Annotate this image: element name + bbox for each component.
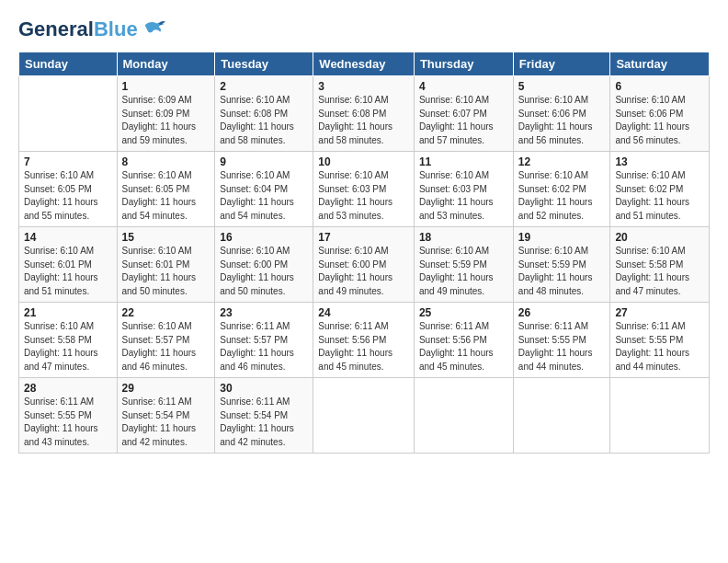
day-info: Sunrise: 6:10 AM Sunset: 5:58 PM Dayligh… (24, 320, 112, 373)
logo-bird-icon (140, 17, 165, 42)
calendar-cell: 3Sunrise: 6:10 AM Sunset: 6:08 PM Daylig… (313, 76, 415, 152)
day-info: Sunrise: 6:10 AM Sunset: 6:06 PM Dayligh… (615, 94, 704, 147)
day-info: Sunrise: 6:10 AM Sunset: 5:59 PM Dayligh… (419, 245, 508, 298)
day-info: Sunrise: 6:10 AM Sunset: 6:05 PM Dayligh… (122, 169, 210, 223)
calendar-cell: 16Sunrise: 6:10 AM Sunset: 6:00 PM Dayli… (215, 227, 313, 303)
day-info: Sunrise: 6:10 AM Sunset: 6:00 PM Dayligh… (318, 245, 409, 298)
day-number: 18 (419, 231, 508, 244)
day-number: 15 (122, 231, 210, 244)
calendar-cell: 30Sunrise: 6:11 AM Sunset: 5:54 PM Dayli… (215, 378, 313, 454)
calendar-cell: 18Sunrise: 6:10 AM Sunset: 5:59 PM Dayli… (414, 227, 513, 303)
calendar-cell: 1Sunrise: 6:09 AM Sunset: 6:09 PM Daylig… (117, 76, 215, 152)
calendar-cell: 10Sunrise: 6:10 AM Sunset: 6:03 PM Dayli… (313, 152, 415, 227)
day-number: 20 (615, 231, 704, 244)
calendar-header-monday: Monday (117, 52, 215, 76)
day-number: 3 (318, 80, 409, 93)
day-info: Sunrise: 6:10 AM Sunset: 6:06 PM Dayligh… (518, 94, 606, 147)
day-number: 27 (615, 306, 704, 319)
day-number: 6 (615, 80, 704, 93)
day-info: Sunrise: 6:10 AM Sunset: 6:02 PM Dayligh… (615, 169, 704, 223)
day-number: 1 (122, 80, 210, 93)
calendar-header-thursday: Thursday (414, 52, 513, 76)
day-number: 26 (518, 306, 606, 319)
calendar-cell (513, 378, 610, 454)
calendar-cell: 9Sunrise: 6:10 AM Sunset: 6:04 PM Daylig… (215, 152, 313, 227)
day-info: Sunrise: 6:10 AM Sunset: 6:01 PM Dayligh… (122, 245, 210, 298)
calendar-cell: 26Sunrise: 6:11 AM Sunset: 5:55 PM Dayli… (513, 303, 610, 378)
day-number: 13 (615, 155, 704, 168)
calendar-cell: 19Sunrise: 6:10 AM Sunset: 5:59 PM Dayli… (513, 227, 610, 303)
day-number: 14 (24, 231, 112, 244)
day-number: 5 (518, 80, 606, 93)
day-info: Sunrise: 6:11 AM Sunset: 5:56 PM Dayligh… (318, 320, 409, 373)
calendar-header-wednesday: Wednesday (313, 52, 415, 76)
calendar-cell: 17Sunrise: 6:10 AM Sunset: 6:00 PM Dayli… (313, 227, 415, 303)
day-info: Sunrise: 6:10 AM Sunset: 6:08 PM Dayligh… (318, 94, 409, 147)
day-info: Sunrise: 6:10 AM Sunset: 6:00 PM Dayligh… (220, 245, 308, 298)
day-info: Sunrise: 6:10 AM Sunset: 6:02 PM Dayligh… (518, 169, 606, 223)
calendar-table: SundayMondayTuesdayWednesdayThursdayFrid… (18, 52, 710, 454)
calendar-week-row: 21Sunrise: 6:10 AM Sunset: 5:58 PM Dayli… (19, 303, 710, 378)
day-info: Sunrise: 6:11 AM Sunset: 5:55 PM Dayligh… (24, 396, 112, 449)
day-number: 21 (24, 306, 112, 319)
calendar-cell (313, 378, 415, 454)
calendar-cell (610, 378, 710, 454)
calendar-cell: 4Sunrise: 6:10 AM Sunset: 6:07 PM Daylig… (414, 76, 513, 152)
calendar-week-row: 28Sunrise: 6:11 AM Sunset: 5:55 PM Dayli… (19, 378, 710, 454)
day-number: 24 (318, 306, 409, 319)
day-number: 19 (518, 231, 606, 244)
calendar-header-friday: Friday (513, 52, 610, 76)
day-number: 16 (220, 231, 308, 244)
day-info: Sunrise: 6:10 AM Sunset: 6:04 PM Dayligh… (220, 169, 308, 223)
calendar-cell: 15Sunrise: 6:10 AM Sunset: 6:01 PM Dayli… (117, 227, 215, 303)
day-number: 9 (220, 155, 308, 168)
calendar-cell: 14Sunrise: 6:10 AM Sunset: 6:01 PM Dayli… (19, 227, 118, 303)
calendar-cell: 13Sunrise: 6:10 AM Sunset: 6:02 PM Dayli… (610, 152, 710, 227)
calendar-header-row: SundayMondayTuesdayWednesdayThursdayFrid… (19, 52, 710, 76)
calendar-cell: 20Sunrise: 6:10 AM Sunset: 5:58 PM Dayli… (610, 227, 710, 303)
day-info: Sunrise: 6:10 AM Sunset: 5:58 PM Dayligh… (615, 245, 704, 298)
header: GeneralBlue (18, 17, 710, 42)
calendar-header-tuesday: Tuesday (215, 52, 313, 76)
day-number: 23 (220, 306, 308, 319)
day-info: Sunrise: 6:10 AM Sunset: 6:03 PM Dayligh… (419, 169, 508, 223)
logo-text: GeneralBlue (18, 18, 138, 40)
day-info: Sunrise: 6:10 AM Sunset: 6:03 PM Dayligh… (318, 169, 409, 223)
calendar-cell: 25Sunrise: 6:11 AM Sunset: 5:56 PM Dayli… (414, 303, 513, 378)
day-info: Sunrise: 6:11 AM Sunset: 5:55 PM Dayligh… (518, 320, 606, 373)
day-number: 29 (122, 382, 210, 395)
calendar-cell: 6Sunrise: 6:10 AM Sunset: 6:06 PM Daylig… (610, 76, 710, 152)
calendar-cell: 5Sunrise: 6:10 AM Sunset: 6:06 PM Daylig… (513, 76, 610, 152)
logo: GeneralBlue (18, 17, 165, 42)
day-number: 11 (419, 155, 508, 168)
calendar-week-row: 14Sunrise: 6:10 AM Sunset: 6:01 PM Dayli… (19, 227, 710, 303)
calendar-cell: 21Sunrise: 6:10 AM Sunset: 5:58 PM Dayli… (19, 303, 118, 378)
day-info: Sunrise: 6:10 AM Sunset: 6:01 PM Dayligh… (24, 245, 112, 298)
calendar-cell: 8Sunrise: 6:10 AM Sunset: 6:05 PM Daylig… (117, 152, 215, 227)
day-number: 10 (318, 155, 409, 168)
day-number: 2 (220, 80, 308, 93)
calendar-cell (19, 76, 118, 152)
day-info: Sunrise: 6:10 AM Sunset: 6:07 PM Dayligh… (419, 94, 508, 147)
day-info: Sunrise: 6:10 AM Sunset: 6:08 PM Dayligh… (220, 94, 308, 147)
day-number: 25 (419, 306, 508, 319)
calendar-week-row: 7Sunrise: 6:10 AM Sunset: 6:05 PM Daylig… (19, 152, 710, 227)
day-info: Sunrise: 6:11 AM Sunset: 5:56 PM Dayligh… (419, 320, 508, 373)
calendar-cell: 28Sunrise: 6:11 AM Sunset: 5:55 PM Dayli… (19, 378, 118, 454)
day-info: Sunrise: 6:11 AM Sunset: 5:54 PM Dayligh… (220, 396, 308, 449)
calendar-cell: 7Sunrise: 6:10 AM Sunset: 6:05 PM Daylig… (19, 152, 118, 227)
calendar-cell: 22Sunrise: 6:10 AM Sunset: 5:57 PM Dayli… (117, 303, 215, 378)
page-container: GeneralBlue SundayMondayTuesdayWednesday… (0, 0, 728, 563)
day-number: 4 (419, 80, 508, 93)
day-number: 8 (122, 155, 210, 168)
calendar-cell: 23Sunrise: 6:11 AM Sunset: 5:57 PM Dayli… (215, 303, 313, 378)
day-number: 30 (220, 382, 308, 395)
day-number: 28 (24, 382, 112, 395)
day-info: Sunrise: 6:11 AM Sunset: 5:57 PM Dayligh… (220, 320, 308, 373)
day-info: Sunrise: 6:09 AM Sunset: 6:09 PM Dayligh… (122, 94, 210, 147)
calendar-cell: 11Sunrise: 6:10 AM Sunset: 6:03 PM Dayli… (414, 152, 513, 227)
calendar-cell: 2Sunrise: 6:10 AM Sunset: 6:08 PM Daylig… (215, 76, 313, 152)
day-info: Sunrise: 6:11 AM Sunset: 5:55 PM Dayligh… (615, 320, 704, 373)
calendar-cell: 24Sunrise: 6:11 AM Sunset: 5:56 PM Dayli… (313, 303, 415, 378)
day-info: Sunrise: 6:10 AM Sunset: 5:59 PM Dayligh… (518, 245, 606, 298)
